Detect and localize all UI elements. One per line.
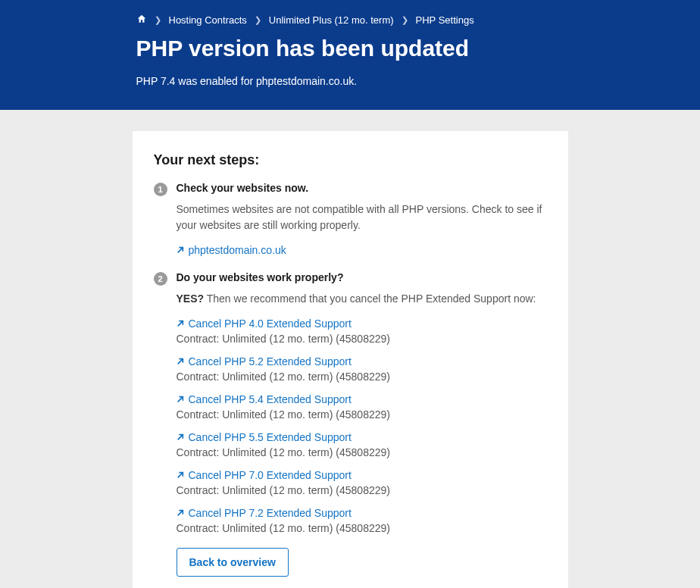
cancel-link-label: Cancel PHP 4.0 Extended Support xyxy=(189,317,352,330)
cancel-item: Cancel PHP 5.2 Extended SupportContract:… xyxy=(177,355,550,383)
home-icon xyxy=(136,14,147,24)
external-link-icon xyxy=(177,396,184,403)
back-to-overview-button[interactable]: Back to overview xyxy=(177,548,289,577)
breadcrumb-php-settings[interactable]: PHP Settings xyxy=(416,14,474,26)
step-1-description: Sometimes websites are not compatible wi… xyxy=(177,202,550,233)
breadcrumb-unlimited-plus[interactable]: Unlimited Plus (12 mo. term) xyxy=(269,14,394,26)
chevron-right-icon: ❯ xyxy=(402,15,408,25)
contract-info: Contract: Unlimited (12 mo. term) (45808… xyxy=(177,522,550,534)
step-1: 1 Check your websites now. Sometimes web… xyxy=(154,182,550,256)
page-subtitle: PHP 7.4 was enabled for phptestdomain.co… xyxy=(136,75,568,87)
external-link-icon xyxy=(177,433,184,441)
cancel-links-list: Cancel PHP 4.0 Extended SupportContract:… xyxy=(177,317,550,534)
contract-info: Contract: Unlimited (12 mo. term) (45808… xyxy=(177,371,550,383)
external-link-icon xyxy=(177,358,184,365)
website-link-label: phptestdomain.co.uk xyxy=(189,244,286,256)
yes-label: YES? xyxy=(177,292,205,305)
step-number-badge: 2 xyxy=(154,272,167,286)
step-number-badge: 1 xyxy=(154,183,167,196)
card-heading: Your next steps: xyxy=(154,152,550,168)
breadcrumb-home[interactable] xyxy=(136,14,147,27)
breadcrumb: ❯ Hosting Contracts ❯ Unlimited Plus (12… xyxy=(136,14,568,27)
cancel-extended-support-link[interactable]: Cancel PHP 7.0 Extended Support xyxy=(177,469,352,481)
cancel-link-label: Cancel PHP 5.2 Extended Support xyxy=(189,355,352,368)
cancel-item: Cancel PHP 4.0 Extended SupportContract:… xyxy=(177,317,550,345)
cancel-item: Cancel PHP 5.4 Extended SupportContract:… xyxy=(177,393,550,421)
cancel-link-label: Cancel PHP 7.2 Extended Support xyxy=(189,507,352,519)
contract-info: Contract: Unlimited (12 mo. term) (45808… xyxy=(177,408,550,421)
cancel-extended-support-link[interactable]: Cancel PHP 4.0 Extended Support xyxy=(177,317,352,330)
next-steps-card: Your next steps: 1 Check your websites n… xyxy=(133,131,568,588)
cancel-link-label: Cancel PHP 5.4 Extended Support xyxy=(189,393,352,405)
cancel-extended-support-link[interactable]: Cancel PHP 5.5 Extended Support xyxy=(177,431,352,443)
cancel-extended-support-link[interactable]: Cancel PHP 7.2 Extended Support xyxy=(177,507,352,519)
chevron-right-icon: ❯ xyxy=(255,15,261,25)
cancel-extended-support-link[interactable]: Cancel PHP 5.4 Extended Support xyxy=(177,393,352,405)
website-link[interactable]: phptestdomain.co.uk xyxy=(177,244,286,256)
contract-info: Contract: Unlimited (12 mo. term) (45808… xyxy=(177,446,550,458)
step-2-title: Do your websites work properly? xyxy=(177,271,550,283)
contract-info: Contract: Unlimited (12 mo. term) (45808… xyxy=(177,484,550,496)
page-header: ❯ Hosting Contracts ❯ Unlimited Plus (12… xyxy=(0,0,700,110)
cancel-link-label: Cancel PHP 5.5 Extended Support xyxy=(189,431,352,443)
external-link-icon xyxy=(177,509,184,517)
step-1-title: Check your websites now. xyxy=(177,182,550,194)
cancel-extended-support-link[interactable]: Cancel PHP 5.2 Extended Support xyxy=(177,355,352,368)
external-link-icon xyxy=(177,320,184,327)
cancel-item: Cancel PHP 7.2 Extended SupportContract:… xyxy=(177,507,550,534)
external-link-icon xyxy=(177,246,184,254)
contract-info: Contract: Unlimited (12 mo. term) (45808… xyxy=(177,333,550,345)
yes-recommendation: YES? Then we recommend that you cancel t… xyxy=(177,291,550,307)
chevron-right-icon: ❯ xyxy=(155,15,161,25)
cancel-link-label: Cancel PHP 7.0 Extended Support xyxy=(189,469,352,481)
page-title: PHP version has been updated xyxy=(136,36,568,61)
cancel-item: Cancel PHP 7.0 Extended SupportContract:… xyxy=(177,469,550,496)
step-2: 2 Do your websites work properly? YES? T… xyxy=(154,271,550,588)
external-link-icon xyxy=(177,471,184,479)
cancel-item: Cancel PHP 5.5 Extended SupportContract:… xyxy=(177,431,550,458)
breadcrumb-hosting-contracts[interactable]: Hosting Contracts xyxy=(169,14,247,26)
